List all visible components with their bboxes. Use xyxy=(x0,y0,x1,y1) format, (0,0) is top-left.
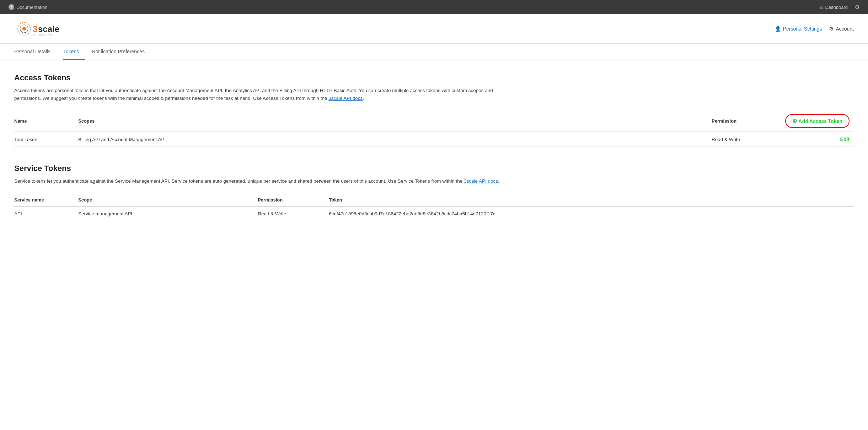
account-gear-icon: ⚙ xyxy=(829,26,834,32)
svg-text:3: 3 xyxy=(33,24,37,34)
service-tokens-table-body: API Service management API Read & Write … xyxy=(14,206,854,221)
access-tokens-section: Access Tokens Access tokens are personal… xyxy=(14,73,854,147)
col-header-scopes: Scopes xyxy=(78,111,712,132)
tab-notification-preferences[interactable]: Notification Preferences xyxy=(92,44,151,60)
tab-personal-details[interactable]: Personal Details xyxy=(14,44,57,60)
documentation-label: Documentation xyxy=(16,5,47,10)
service-tokens-api-docs-link[interactable]: 3scale API docs xyxy=(464,178,498,184)
token-name: Tom Token xyxy=(14,132,78,147)
service-tokens-table: Service name Scope Permission Token API … xyxy=(14,194,854,221)
dashboard-link[interactable]: ⌂ Dashboard xyxy=(820,4,848,10)
gear-icon: ⚙ xyxy=(855,4,859,10)
token-scopes: Billing API and Account Management API xyxy=(78,132,712,147)
service-token-value: 6cdf47c1895e0d3cbb9d7e186422ebe2ee8e8e38… xyxy=(329,206,854,221)
add-token-btn-wrap: ⊕ Add Access Token xyxy=(783,114,850,128)
col-header-svc-permission: Permission xyxy=(258,194,329,206)
access-tokens-table-header: Name Scopes Permission ⊕ Add Access Toke… xyxy=(14,111,854,132)
access-tokens-title: Access Tokens xyxy=(14,73,854,82)
access-tokens-api-docs-link[interactable]: 3scale API docs xyxy=(328,96,363,101)
access-tokens-description: Access tokens are personal tokens that l… xyxy=(14,87,512,102)
topbar: i Documentation ⌂ Dashboard ⚙ xyxy=(0,0,868,14)
header: 3 scale BY RED HAT 👤 Personal Settings ⚙… xyxy=(0,14,868,44)
svg-point-2 xyxy=(22,27,26,31)
person-icon: 👤 xyxy=(775,26,781,32)
col-header-token: Token xyxy=(329,194,854,206)
service-tokens-description: Service tokens let you authenticate agai… xyxy=(14,177,512,185)
info-icon: i xyxy=(9,4,14,10)
account-label: Account xyxy=(836,26,854,32)
svg-text:scale: scale xyxy=(38,24,59,34)
token-permission: Read & Write xyxy=(712,132,783,147)
col-header-service-name: Service name xyxy=(14,194,78,206)
account-link[interactable]: ⚙ Account xyxy=(829,26,854,32)
token-action: Edit xyxy=(783,132,854,147)
col-header-permission: Permission xyxy=(712,111,783,132)
dashboard-label: Dashboard xyxy=(825,5,848,10)
main-content: Access Tokens Access tokens are personal… xyxy=(0,60,868,430)
add-access-token-label: Add Access Token xyxy=(798,118,842,124)
plus-icon: ⊕ xyxy=(792,118,797,124)
personal-settings-label: Personal Settings xyxy=(783,26,822,32)
service-permission: Read & Write xyxy=(258,206,329,221)
documentation-link[interactable]: i Documentation xyxy=(9,4,47,10)
col-header-name: Name xyxy=(14,111,78,132)
service-tokens-section: Service Tokens Service tokens let you au… xyxy=(14,164,854,221)
access-tokens-table-body: Tom Token Billing API and Account Manage… xyxy=(14,132,854,147)
col-header-action: ⊕ Add Access Token xyxy=(783,111,854,132)
access-tokens-table: Name Scopes Permission ⊕ Add Access Toke… xyxy=(14,111,854,147)
add-access-token-button[interactable]: ⊕ Add Access Token xyxy=(785,114,850,128)
topbar-settings-link[interactable]: ⚙ xyxy=(855,4,859,10)
home-icon: ⌂ xyxy=(820,4,823,10)
service-tokens-title: Service Tokens xyxy=(14,164,854,173)
service-tokens-table-header: Service name Scope Permission Token xyxy=(14,194,854,206)
svg-text:BY RED HAT: BY RED HAT xyxy=(33,33,54,36)
edit-token-link[interactable]: Edit xyxy=(840,136,850,142)
subnav: Personal Details Tokens Notification Pre… xyxy=(0,44,868,60)
table-row: Tom Token Billing API and Account Manage… xyxy=(14,132,854,147)
logo: 3 scale BY RED HAT xyxy=(14,20,71,38)
col-header-scope: Scope xyxy=(78,194,258,206)
table-row: API Service management API Read & Write … xyxy=(14,206,854,221)
header-nav: 👤 Personal Settings ⚙ Account xyxy=(775,26,854,32)
personal-settings-link[interactable]: 👤 Personal Settings xyxy=(775,26,822,32)
service-name: API xyxy=(14,206,78,221)
logo-svg: 3 scale BY RED HAT xyxy=(14,20,71,38)
service-scope: Service management API xyxy=(78,206,258,221)
topbar-right: ⌂ Dashboard ⚙ xyxy=(820,4,859,10)
topbar-left: i Documentation xyxy=(9,4,47,10)
tab-tokens[interactable]: Tokens xyxy=(63,44,85,60)
